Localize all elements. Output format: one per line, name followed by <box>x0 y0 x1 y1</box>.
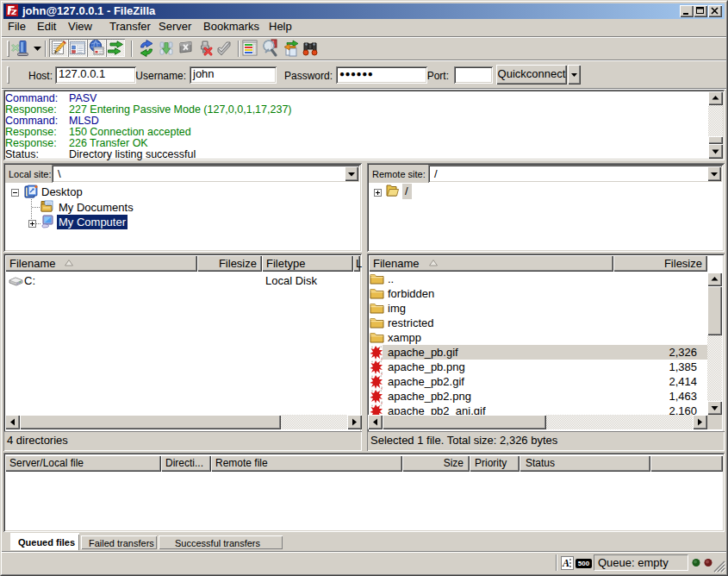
svg-text:A: A <box>562 557 569 569</box>
